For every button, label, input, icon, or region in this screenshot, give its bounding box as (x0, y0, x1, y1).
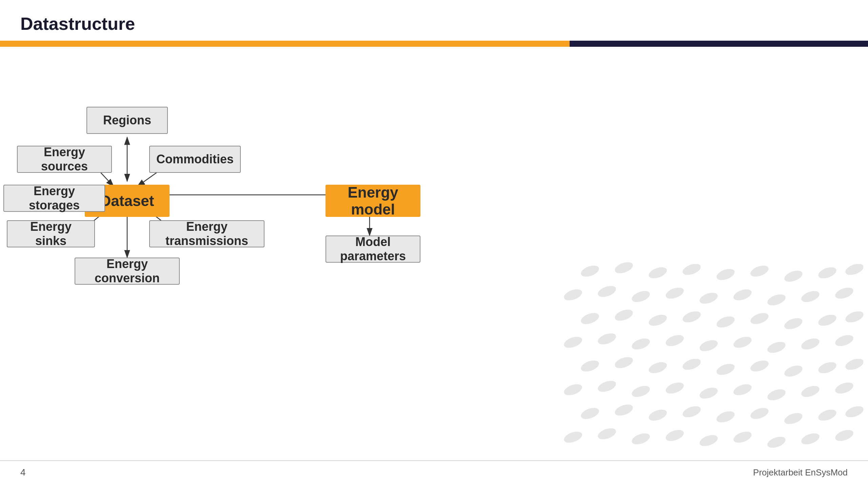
node-energy-transmissions: Energy transmissions (149, 220, 264, 247)
node-energy-model: Energy model (326, 185, 420, 217)
node-energy-sources: Energy sources (17, 146, 112, 173)
node-energy-conversion: Energy conversion (75, 258, 180, 285)
node-model-parameters: Model parameters (326, 236, 420, 263)
diagram-area: Regions Energy sources Commodities Datas… (0, 54, 868, 454)
footer-brand: Projektarbeit EnSysMod (753, 467, 848, 478)
divider-orange (0, 41, 570, 47)
node-energy-sinks: Energy sinks (7, 220, 95, 247)
footer-line (0, 461, 868, 461)
node-regions: Regions (86, 107, 168, 134)
page-title: Datastructure (20, 14, 135, 34)
footer-page-number: 4 (20, 467, 26, 478)
node-commodities: Commodities (149, 146, 241, 173)
node-energy-storages: Energy storages (3, 185, 105, 212)
header-divider (0, 41, 868, 47)
